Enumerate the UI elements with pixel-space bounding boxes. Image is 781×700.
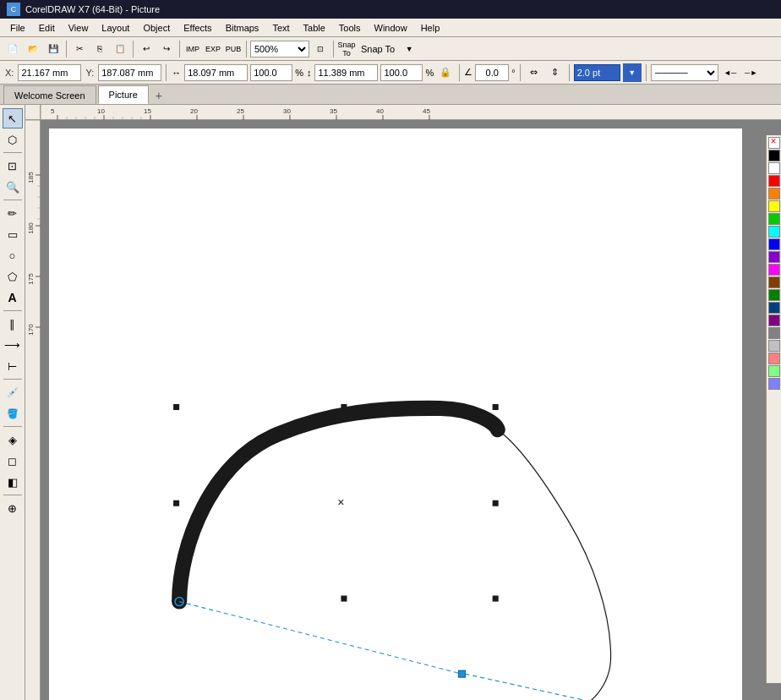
menu-object[interactable]: Object (136, 21, 177, 35)
undo-btn[interactable]: ↩ (137, 40, 156, 58)
angle-input[interactable] (475, 64, 509, 81)
export-btn[interactable]: EXP (204, 40, 222, 58)
publish-btn[interactable]: PUB (224, 40, 243, 58)
color-blue[interactable] (768, 238, 780, 250)
color-yellow[interactable] (768, 200, 780, 212)
menu-table[interactable]: Table (297, 21, 332, 35)
linewidth-input[interactable] (574, 64, 620, 81)
color-pink[interactable] (768, 353, 780, 364)
tab-picture[interactable]: Picture (98, 85, 149, 104)
paste-btn[interactable]: 📋 (111, 40, 129, 58)
eyedropper-tool[interactable]: 💉 (3, 382, 23, 402)
line-start-btn[interactable]: ◄─ (721, 63, 740, 82)
shadow-tool[interactable]: ◧ (3, 472, 23, 492)
menu-edit[interactable]: Edit (32, 21, 62, 35)
menu-bitmaps[interactable]: Bitmaps (219, 21, 266, 35)
mirror-h-btn[interactable]: ⇔ (525, 63, 543, 82)
color-light-green[interactable] (768, 365, 780, 377)
crop-tool[interactable]: ⊡ (3, 156, 23, 176)
left-toolbar: ↖ ⬡ ⊡ 🔍 ✏ ▭ ○ ⬠ A ∥ ⟶ ⊢ 💉 🪣 ◈ ◻ ◧ ⊕ (0, 105, 25, 700)
text-tool[interactable]: A (3, 287, 23, 308)
no-fill-swatch[interactable]: × (768, 137, 780, 149)
tool-sep5 (3, 426, 22, 427)
zoom-fit-btn[interactable]: ⊡ (311, 40, 330, 58)
menu-layout[interactable]: Layout (95, 21, 136, 35)
color-red[interactable] (768, 175, 780, 187)
svg-text:180: 180 (27, 222, 35, 234)
smart-fill-tool[interactable]: ◈ (3, 429, 23, 450)
connector-tool[interactable]: ⟶ (3, 335, 23, 355)
menu-file[interactable]: File (3, 21, 32, 35)
color-navy[interactable] (768, 302, 780, 314)
sep-lw (646, 64, 647, 81)
transparency-tool[interactable]: ◻ (3, 451, 23, 471)
y-input[interactable] (98, 64, 161, 81)
tool-sep3 (3, 310, 22, 311)
fill-tool[interactable]: 🪣 (3, 403, 23, 424)
color-white[interactable] (768, 162, 780, 174)
parallel-tool[interactable]: ∥ (3, 314, 23, 334)
sep4 (246, 41, 247, 57)
line-style-select[interactable]: ───── - - - - (651, 64, 718, 81)
redo-btn[interactable]: ↪ (157, 40, 176, 58)
drawing-svg[interactable]: × (41, 120, 781, 700)
lock-ratio-btn[interactable]: 🔒 (436, 63, 455, 82)
angle-icon: ∠ (464, 67, 472, 78)
color-gray[interactable] (768, 327, 780, 339)
color-brown[interactable] (768, 276, 780, 288)
select-tool[interactable]: ↖ (3, 108, 23, 129)
toolbar-main: 📄 📂 💾 ✂ ⎘ 📋 ↩ ↪ IMP EXP PUB 500% 200% 10… (0, 37, 781, 61)
tab-welcome[interactable]: Welcome Screen (3, 85, 96, 104)
ellipse-tool[interactable]: ○ (3, 245, 23, 265)
node-tool[interactable]: ⬡ (3, 129, 23, 150)
menu-view[interactable]: View (62, 21, 96, 35)
deg-symbol: ° (511, 68, 515, 78)
copy-btn[interactable]: ⎘ (90, 40, 109, 58)
color-orange[interactable] (768, 188, 780, 200)
color-cyan[interactable] (768, 226, 780, 238)
color-silver[interactable] (768, 340, 780, 352)
svg-text:45: 45 (423, 107, 430, 115)
menu-tools[interactable]: Tools (332, 21, 368, 35)
x-input[interactable] (18, 64, 81, 81)
menu-window[interactable]: Window (368, 21, 414, 35)
color-light-blue[interactable] (768, 378, 780, 390)
menu-effects[interactable]: Effects (177, 21, 218, 35)
snap-btn[interactable]: Snap To (337, 40, 356, 58)
svg-text:5: 5 (51, 107, 55, 115)
add-tab-btn[interactable]: + (150, 87, 167, 104)
zoom-tool[interactable]: 🔍 (3, 177, 23, 197)
color-green[interactable] (768, 213, 780, 225)
width-input[interactable] (184, 64, 248, 81)
canvas-area[interactable]: 5 10 15 20 25 30 35 40 45 (25, 105, 781, 700)
linewidth-dropdown[interactable]: ▼ (623, 63, 642, 82)
canvas-content[interactable]: × (41, 120, 781, 700)
zoom-select[interactable]: 500% 200% 100% 75% 50% (250, 41, 309, 57)
mirror-v-btn[interactable]: ⇕ (546, 63, 565, 82)
menu-help[interactable]: Help (414, 21, 447, 35)
rectangle-tool[interactable]: ▭ (3, 224, 23, 244)
height-input[interactable] (314, 64, 378, 81)
save-btn[interactable]: 💾 (44, 40, 63, 58)
title-bar: C CorelDRAW X7 (64-Bit) - Picture (0, 0, 781, 19)
color-dark-green[interactable] (768, 289, 780, 301)
menu-text[interactable]: Text (265, 21, 296, 35)
color-purple[interactable] (768, 314, 780, 326)
polygon-tool[interactable]: ⬠ (3, 266, 23, 287)
color-magenta[interactable] (768, 264, 780, 276)
line-end-btn[interactable]: ─► (742, 63, 761, 82)
import-btn[interactable]: IMP (183, 40, 202, 58)
freehand-tool[interactable]: ✏ (3, 203, 23, 223)
sep-mirror (569, 64, 570, 81)
extra-tool[interactable]: ⊕ (3, 498, 23, 518)
new-btn[interactable]: 📄 (3, 40, 22, 58)
height-pct[interactable] (380, 64, 423, 81)
snap-dropdown[interactable]: ▼ (400, 40, 418, 58)
cut-btn[interactable]: ✂ (70, 40, 89, 58)
measure-tool[interactable]: ⊢ (3, 356, 23, 376)
tabs-bar: Welcome Screen Picture + (0, 85, 781, 105)
open-btn[interactable]: 📂 (24, 40, 42, 58)
color-black[interactable] (768, 150, 780, 161)
width-pct[interactable] (250, 64, 292, 81)
color-violet[interactable] (768, 251, 780, 263)
